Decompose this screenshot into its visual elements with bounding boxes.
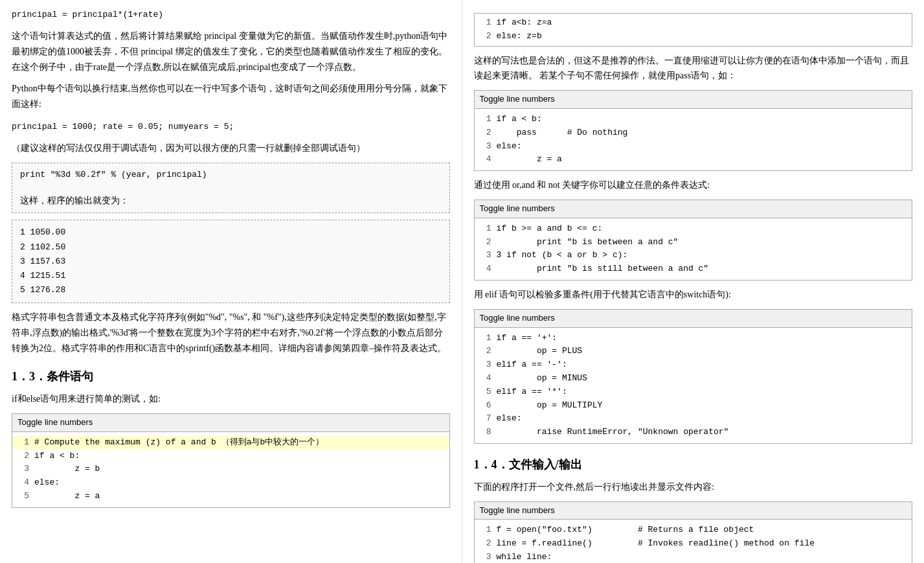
code-line: 1if a == '+':	[475, 332, 912, 345]
right-para3: 用 elif 语句可以检验多重条件(用于代替其它语言中的switch语句):	[474, 287, 913, 303]
toggle-header-1[interactable]: Toggle line numbers	[12, 414, 449, 432]
toggle-content-3: 1if b >= a and b <= c:2 print "b is betw…	[475, 218, 912, 280]
left-code-block1: print "%3d %0.2f" % (year, principal) 这样…	[12, 163, 450, 214]
top-code-content: 1if a<b: z=a2else: z=b	[475, 14, 912, 46]
line-number: 1	[480, 16, 491, 30]
line-code: raise RuntimeError, "Unknown operator"	[497, 426, 729, 439]
left-column: principal = principal*(1+rate) 这个语句计算表达式…	[0, 0, 462, 563]
left-output-block: 1 1050.00 2 1102.50 3 1157.63 4 1215.51 …	[12, 220, 450, 303]
code-line: 1f = open("foo.txt") # Returns a file ob…	[475, 523, 912, 537]
toggle-content-4: 1if a == '+':2 op = PLUS3elif a == '-':4…	[475, 328, 912, 443]
code-line: 3while line:	[475, 551, 912, 563]
line-code: else:	[497, 140, 522, 154]
code-line: 2line = f.readline() # Invokes readline(…	[475, 537, 912, 551]
code-line: 1if a<b: z=a	[475, 16, 912, 30]
code-line: 3 z = b	[12, 463, 449, 476]
toggle-box-5: Toggle line numbers 1f = open("foo.txt")…	[474, 501, 913, 563]
toggle-header-5[interactable]: Toggle line numbers	[475, 502, 912, 520]
code-line: 4 print "b is still between a and c"	[475, 262, 912, 276]
code-line: 4 op = MINUS	[475, 372, 912, 385]
code-line: 7else:	[475, 412, 912, 426]
code-line: 33 if not (b < a or b > c):	[475, 249, 912, 262]
line-code: 3 if not (b < a or b > c):	[497, 249, 628, 262]
line-number: 3	[480, 358, 491, 372]
toggle-content-1: 1# Compute the maximum (z) of a and b （得…	[12, 432, 449, 507]
code-line: 1if b >= a and b <= c:	[475, 222, 912, 236]
line-number: 1	[480, 113, 491, 126]
line-number: 3	[480, 249, 491, 262]
code-line: 3else:	[475, 140, 912, 154]
line-number: 2	[17, 450, 29, 463]
line-number: 4	[480, 153, 491, 167]
line-code: f = open("foo.txt") # Returns a file obj…	[497, 523, 754, 537]
line-number: 8	[480, 426, 491, 439]
line-number: 2	[480, 236, 491, 249]
line-code: print "b is still between a and c"	[497, 262, 709, 276]
toggle-header-4[interactable]: Toggle line numbers	[475, 310, 912, 328]
line-number: 1	[480, 332, 491, 345]
line-code: if a < b:	[497, 113, 542, 126]
code-line: 2 print "b is between a and c"	[475, 236, 912, 249]
code-line: 2if a < b:	[12, 450, 449, 463]
toggle-box-1: Toggle line numbers 1# Compute the maxim…	[12, 413, 450, 508]
line-number: 4	[480, 372, 491, 385]
line-code: if a<b: z=a	[497, 16, 552, 30]
line-code: else: z=b	[497, 30, 542, 43]
line-number: 4	[480, 262, 491, 276]
line-code: op = MULTIPLY	[497, 399, 603, 413]
line-number: 2	[480, 30, 491, 43]
left-code-line1: principal = principal*(1+rate)	[12, 6, 450, 22]
top-code-box: 1if a<b: z=a2else: z=b	[474, 13, 913, 47]
code-line: 3elif a == '-':	[475, 358, 912, 372]
line-code: z = a	[34, 490, 100, 503]
toggle-box-2: Toggle line numbers 1if a < b:2 pass # D…	[474, 90, 913, 171]
line-number: 3	[480, 140, 491, 154]
line-number: 6	[480, 399, 491, 413]
right-para2: 通过使用 or,and 和 not 关键字你可以建立任意的条件表达式:	[474, 178, 913, 193]
code-line: 2else: z=b	[475, 30, 912, 43]
line-number: 7	[480, 412, 491, 426]
line-number: 3	[17, 463, 29, 476]
line-number: 5	[480, 385, 491, 399]
line-number: 2	[480, 126, 491, 140]
line-code: print "b is between a and c"	[497, 236, 679, 249]
toggle-content-2: 1if a < b:2 pass # Do nothing3else:4 z =…	[475, 109, 912, 170]
line-number: 1	[480, 523, 491, 537]
left-para3: （建议这样的写法仅仅用于调试语句，因为可以很方便的只需一行就删掉全部调试语句）	[12, 141, 450, 156]
line-code: elif a == '-':	[497, 358, 567, 372]
line-number: 1	[480, 222, 491, 236]
section-13-title: 1．3．条件语句	[12, 367, 450, 386]
toggle-box-4: Toggle line numbers 1if a == '+':2 op = …	[474, 309, 913, 444]
right-para4: 下面的程序打开一个文件,然后一行行地读出并显示文件内容:	[474, 479, 913, 495]
code-line: 2 op = PLUS	[475, 345, 912, 358]
line-code: z = b	[34, 463, 100, 476]
line-code: # Compute the maximum (z) of a and b （得到…	[34, 436, 324, 450]
line-code: else:	[34, 476, 60, 490]
line-code: else:	[497, 412, 522, 426]
right-column: 1if a<b: z=a2else: z=b 这样的写法也是合法的，但这不是推荐…	[462, 0, 925, 563]
line-number: 2	[480, 537, 491, 551]
line-code: pass # Do nothing	[497, 126, 628, 140]
code-line: 4 z = a	[475, 153, 912, 167]
left-para2: Python中每个语句以换行结束,当然你也可以在一行中写多个语句，这时语句之间必…	[12, 81, 450, 112]
line-number: 1	[17, 436, 29, 450]
line-code: elif a == '*':	[497, 385, 567, 399]
left-para2-code: principal = 1000; rate = 0.05; numyears …	[12, 119, 450, 134]
toggle-content-5: 1f = open("foo.txt") # Returns a file ob…	[475, 520, 912, 563]
code-line: 5 z = a	[12, 490, 449, 503]
code-line: 4else:	[12, 476, 449, 490]
line-code: while line:	[497, 551, 552, 563]
section-14-title: 1．4．文件输入/输出	[474, 455, 913, 474]
line-code: if a == '+':	[497, 332, 558, 345]
line-number: 4	[17, 476, 29, 490]
line-code: op = MINUS	[497, 372, 587, 385]
code-line: 5elif a == '*':	[475, 385, 912, 399]
line-code: if b >= a and b <= c:	[497, 222, 603, 236]
toggle-header-3[interactable]: Toggle line numbers	[475, 200, 912, 218]
toggle-header-2[interactable]: Toggle line numbers	[475, 91, 912, 109]
left-para1: 这个语句计算表达式的值，然后将计算结果赋给 principal 变量做为它的新值…	[12, 29, 450, 75]
line-number: 3	[480, 551, 491, 563]
left-para7: 格式字符串包含普通文本及格式化字符序列(例如"%d", "%s", 和 "%f"…	[12, 310, 450, 356]
line-code: line = f.readline() # Invokes readline()…	[497, 537, 815, 551]
right-para1: 这样的写法也是合法的，但这不是推荐的作法。一直使用缩进可以让你方便的在语句体中添…	[474, 53, 913, 84]
